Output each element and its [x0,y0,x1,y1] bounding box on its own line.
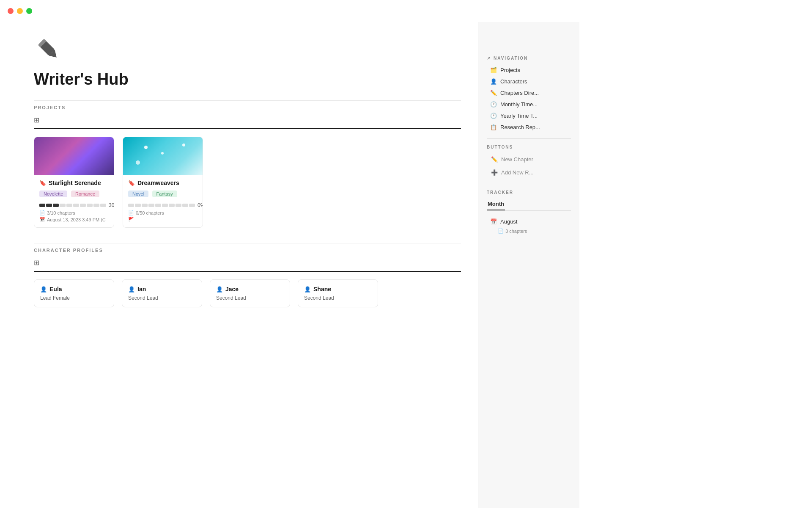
sidebar-item-characters[interactable]: 👤 Characters [487,76,571,87]
projects-section: PROJECTS ⊞ 🔖 Starlight Serenade Novelett… [34,100,461,228]
tracker-section: TRACKER Month 📅 August 📄 3 chapters [487,190,571,234]
doc-sub-icon: 📄 [498,228,504,234]
char-role-jace: Second Lead [216,295,284,301]
sidebar-item-monthly-time[interactable]: 🕐 Monthly Time... [487,99,571,110]
report-nav-icon: 📋 [490,124,497,130]
character-cards-row: 👤 Eula Lead Female 👤 Ian Second Lead [34,279,461,307]
folder-icon: 🗂️ [490,67,497,73]
card-body-starlight: 🔖 Starlight Serenade Novelette Romance [34,175,114,227]
card-body-dreamweavers: 🔖 Dreamweavers Novel Fantasy [123,175,203,227]
seg-10 [100,204,106,207]
char-card-jace[interactable]: 👤 Jace Second Lead [210,279,290,307]
dseg-7 [169,204,175,207]
card-title-dreamweavers: 🔖 Dreamweavers [128,179,198,186]
card-tags-starlight: Novelette Romance [39,190,109,199]
char-role-shane: Second Lead [304,295,372,301]
project-card-starlight[interactable]: 🔖 Starlight Serenade Novelette Romance [34,137,114,228]
card-title-starlight: 🔖 Starlight Serenade [39,179,109,186]
dseg-4 [148,204,154,207]
char-card-shane[interactable]: 👤 Shane Second Lead [298,279,378,307]
clock-nav-icon: 🕐 [490,101,497,108]
close-button[interactable] [8,8,14,14]
person-icon-ian: 👤 [128,286,135,293]
grid-view-icon[interactable]: ⊞ [34,116,39,124]
doc-icon-2: 📄 [128,210,134,215]
calendar-icon: 📅 [39,217,45,222]
projects-section-header: PROJECTS [34,100,461,113]
card-image-starlight [34,137,114,175]
person-icon-jace: 👤 [216,286,223,293]
progress-pct-dream: 0% [198,202,203,208]
date-starlight: 📅 August 13, 2023 3:49 PM (C [39,217,109,222]
person-icon-shane: 👤 [304,286,311,293]
person-icon-eula: 👤 [40,286,47,293]
new-chapter-button[interactable]: ✏️ New Chapter [487,154,571,165]
flag-dreamweavers: 🚩 [128,217,198,222]
tag-fantasy: Fantasy [152,190,177,197]
seg-8 [87,204,93,207]
plus-btn-icon: ➕ [491,169,498,176]
sidebar-item-projects[interactable]: 🗂️ Projects [487,65,571,75]
tracker-tabs: Month [487,199,571,211]
progress-bar-starlight: 30% [39,202,109,208]
tracker-tab-month[interactable]: Month [487,199,505,210]
page-title: Writer's Hub [34,70,461,88]
pencil-nav-icon: ✏️ [490,90,497,96]
sidebar-item-yearly-time[interactable]: 🕐 Yearly Time T... [487,110,571,121]
seg-2 [46,204,52,207]
char-card-ian[interactable]: 👤 Ian Second Lead [122,279,202,307]
char-role-ian: Second Lead [128,295,196,301]
card-image-dreamweavers [123,137,203,175]
tag-novel: Novel [128,190,148,197]
buttons-section-title: BUTTONS [487,145,571,149]
seg-6 [73,204,79,207]
progress-segments-2 [128,204,195,207]
nav-section-title: ↗ NAVIGATION [487,56,571,61]
sidebar: ↗ NAVIGATION 🗂️ Projects 👤 Characters ✏️… [478,22,579,508]
add-new-r-button[interactable]: ➕ Add New R... [487,167,571,178]
tracker-august-item[interactable]: 📅 August [487,216,571,227]
tag-romance: Romance [71,190,99,197]
seg-9 [93,204,99,207]
nav-divider [487,138,571,139]
project-cards-row: 🔖 Starlight Serenade Novelette Romance [34,137,461,228]
sidebar-item-chapters-dir[interactable]: ✏️ Chapters Dire... [487,88,571,98]
dseg-9 [182,204,188,207]
progress-pct-starlight: 30% [109,202,114,208]
dseg-3 [142,204,148,207]
dseg-8 [176,204,181,207]
flag-icon: 🚩 [128,217,134,222]
char-grid-view-icon[interactable]: ⊞ [34,259,39,267]
char-card-eula[interactable]: 👤 Eula Lead Female [34,279,114,307]
tracker-august-sub: 📄 3 chapters [487,228,571,234]
minimize-button[interactable] [17,8,23,14]
sidebar-item-research-rep[interactable]: 📋 Research Rep... [487,122,571,133]
progress-segments [39,204,106,207]
clock2-nav-icon: 🕐 [490,113,497,119]
person-nav-icon: 👤 [490,78,497,85]
card-tags-dreamweavers: Novel Fantasy [128,190,198,199]
nav-arrow-icon: ↗ [487,56,491,61]
dseg-6 [162,204,168,207]
tag-novelette: Novelette [39,190,67,197]
chapters-starlight: 📄 3/10 chapters [39,210,109,215]
char-name-eula: 👤 Eula [40,286,108,293]
bookmark-icon: 🔖 [39,180,46,186]
seg-1 [39,204,45,207]
maximize-button[interactable] [26,8,32,14]
titlebar [0,0,812,22]
char-toolbar: ⊞ [34,255,461,272]
main-content: Writer's Hub PROJECTS ⊞ 🔖 Starlight Sere… [34,22,478,508]
project-card-dreamweavers[interactable]: 🔖 Dreamweavers Novel Fantasy [123,137,203,228]
character-profiles-section: CHARACTER PROFILES ⊞ 👤 Eula Lead Female … [34,243,461,307]
dseg-2 [135,204,141,207]
bookmark-icon-2: 🔖 [128,180,135,186]
seg-3 [53,204,59,207]
page-icon [34,35,461,65]
projects-toolbar: ⊞ [34,113,461,129]
dseg-1 [128,204,134,207]
char-role-eula: Lead Female [40,295,108,301]
char-section-header: CHARACTER PROFILES [34,243,461,255]
chapters-dreamweavers: 📄 0/50 chapters [128,210,198,215]
progress-bar-dreamweavers: 0% [128,202,198,208]
